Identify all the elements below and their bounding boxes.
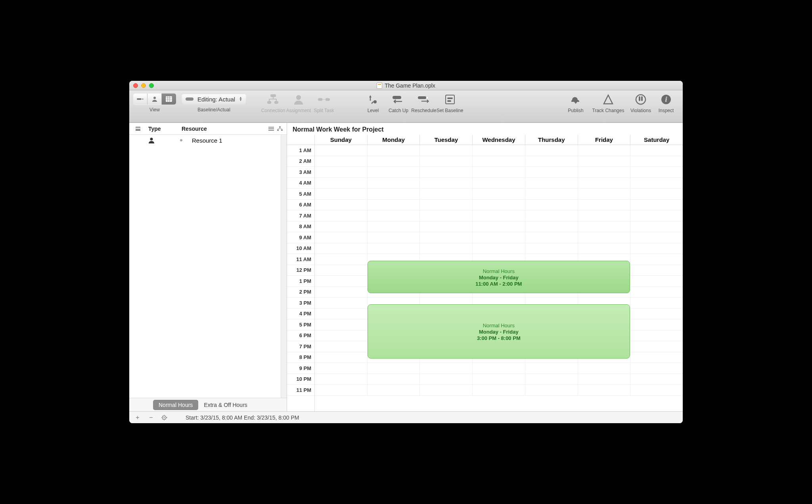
connection-icon bbox=[267, 94, 279, 105]
day-header: Friday bbox=[578, 135, 631, 145]
day-header: Wednesday bbox=[473, 135, 525, 145]
column-type[interactable]: Type bbox=[148, 126, 176, 132]
resource-row[interactable]: Resource 1 bbox=[129, 135, 287, 146]
day-header: Saturday bbox=[630, 135, 683, 145]
calendar-title: Normal Work Week for Project bbox=[287, 123, 683, 135]
catch-up-icon bbox=[393, 94, 404, 105]
svg-line-52 bbox=[163, 416, 163, 416]
dropdown-arrows-icon: ▲▼ bbox=[239, 97, 242, 101]
remove-button[interactable]: − bbox=[147, 413, 155, 422]
svg-rect-16 bbox=[318, 98, 322, 101]
time-label: 5 AM bbox=[287, 189, 314, 200]
calendar-grid: SundayMondayTuesdayWednesdayThursdayFrid… bbox=[315, 135, 683, 411]
svg-rect-26 bbox=[426, 97, 428, 99]
violations-label: Violations bbox=[630, 108, 651, 113]
calendar-event-afternoon[interactable]: Normal Hours Monday - Friday 3:00 PM - 8… bbox=[368, 304, 630, 359]
time-label: 9 AM bbox=[287, 232, 314, 243]
view-segmented-control[interactable] bbox=[133, 94, 176, 105]
svg-rect-0 bbox=[137, 98, 142, 100]
time-label: 12 PM bbox=[287, 265, 314, 276]
time-label: 6 AM bbox=[287, 200, 314, 211]
svg-rect-9 bbox=[267, 101, 271, 104]
catch-up-label: Catch Up bbox=[389, 108, 408, 113]
time-gutter: 1 AM2 AM3 AM4 AM5 AM6 AM7 AM8 AM9 AM10 A… bbox=[287, 135, 315, 411]
svg-point-30 bbox=[636, 95, 645, 104]
pill-icon bbox=[186, 97, 193, 101]
view-calendar-button[interactable] bbox=[162, 94, 176, 105]
time-label: 2 PM bbox=[287, 287, 314, 298]
day-header-row: SundayMondayTuesdayWednesdayThursdayFrid… bbox=[315, 135, 683, 145]
column-resource[interactable]: Resource bbox=[182, 126, 263, 132]
event-days: Monday - Friday bbox=[479, 329, 519, 335]
svg-point-47 bbox=[164, 417, 165, 418]
track-changes-tool[interactable]: Track Changes bbox=[588, 94, 628, 113]
time-label: 10 AM bbox=[287, 243, 314, 254]
time-label: 2 AM bbox=[287, 156, 314, 167]
column-config-icon[interactable] bbox=[268, 126, 274, 131]
svg-rect-31 bbox=[639, 96, 640, 101]
time-label: 11 AM bbox=[287, 254, 314, 265]
event-days: Monday - Friday bbox=[479, 275, 519, 281]
set-baseline-tool[interactable]: Set Baseline bbox=[437, 94, 463, 113]
hierarchy-icon[interactable] bbox=[277, 126, 283, 131]
time-label: 10 PM bbox=[287, 374, 314, 385]
event-time: 11:00 AM - 2:00 PM bbox=[475, 281, 522, 287]
reschedule-tool[interactable]: Reschedule bbox=[411, 94, 437, 113]
time-label: 7 PM bbox=[287, 341, 314, 352]
svg-rect-24 bbox=[418, 96, 426, 99]
close-window-button[interactable] bbox=[133, 83, 138, 88]
tab-extra-off-hours[interactable]: Extra & Off Hours bbox=[198, 400, 253, 410]
track-changes-icon bbox=[602, 94, 614, 105]
svg-rect-32 bbox=[641, 96, 643, 101]
svg-point-1 bbox=[142, 99, 143, 100]
sidebar-tabs: Normal Hours Extra & Off Hours bbox=[129, 398, 287, 411]
baseline-actual-select[interactable]: Editing: Actual ▲▼ bbox=[182, 94, 246, 105]
view-resource-button[interactable] bbox=[147, 94, 162, 105]
event-title: Normal Hours bbox=[483, 268, 515, 274]
violations-icon bbox=[635, 94, 647, 105]
time-label: 3 AM bbox=[287, 167, 314, 178]
svg-rect-28 bbox=[447, 97, 453, 99]
baseline-label: Baseline/Actual bbox=[197, 107, 230, 113]
set-baseline-icon bbox=[444, 94, 456, 105]
gear-menu-button[interactable] bbox=[160, 413, 169, 422]
status-text: Start: 3/23/15, 8:00 AM End: 3/23/15, 8:… bbox=[186, 414, 299, 421]
view-switcher-group: View bbox=[133, 94, 176, 113]
content-area: Type Resource bbox=[129, 123, 683, 411]
publish-tool[interactable]: Publish bbox=[563, 94, 588, 113]
inspect-icon: i bbox=[660, 94, 672, 105]
reschedule-icon bbox=[418, 94, 430, 105]
zoom-window-button[interactable] bbox=[149, 83, 154, 88]
inspect-tool[interactable]: i Inspect bbox=[653, 94, 679, 113]
level-tool[interactable]: Level bbox=[360, 94, 386, 113]
svg-rect-17 bbox=[326, 98, 330, 101]
svg-text:i: i bbox=[665, 95, 667, 103]
sidebar-header: Type Resource bbox=[129, 123, 287, 135]
time-label: 1 AM bbox=[287, 145, 314, 156]
view-gantt-button[interactable] bbox=[133, 94, 147, 105]
calendar-body[interactable]: Normal Hours Monday - Friday 11:00 AM - … bbox=[315, 145, 683, 411]
split-task-tool[interactable]: Split Task bbox=[311, 94, 337, 113]
sidebar: Type Resource bbox=[129, 123, 287, 411]
minimize-window-button[interactable] bbox=[141, 83, 146, 88]
violations-tool[interactable]: Violations bbox=[628, 94, 653, 113]
assignment-tool[interactable]: Assignment bbox=[286, 94, 311, 113]
time-label: 4 AM bbox=[287, 178, 314, 189]
window-controls bbox=[133, 83, 154, 88]
svg-line-55 bbox=[165, 416, 166, 416]
app-window: The Game Plan.oplx View Editing: Actua bbox=[129, 81, 683, 423]
day-header: Sunday bbox=[315, 135, 368, 145]
tab-normal-hours[interactable]: Normal Hours bbox=[153, 400, 198, 410]
svg-point-45 bbox=[150, 138, 153, 141]
calendar-event-morning[interactable]: Normal Hours Monday - Friday 11:00 AM - … bbox=[368, 261, 630, 293]
svg-rect-38 bbox=[279, 126, 281, 128]
catch-up-tool[interactable]: Catch Up bbox=[386, 94, 411, 113]
svg-point-15 bbox=[296, 95, 301, 100]
connection-tool[interactable]: Connection bbox=[260, 94, 286, 113]
svg-rect-39 bbox=[277, 130, 279, 131]
outline-toggle-icon[interactable] bbox=[133, 127, 143, 131]
svg-rect-8 bbox=[270, 94, 276, 97]
add-button[interactable]: + bbox=[133, 413, 142, 422]
split-task-label: Split Task bbox=[314, 108, 334, 113]
split-task-icon bbox=[318, 94, 330, 105]
